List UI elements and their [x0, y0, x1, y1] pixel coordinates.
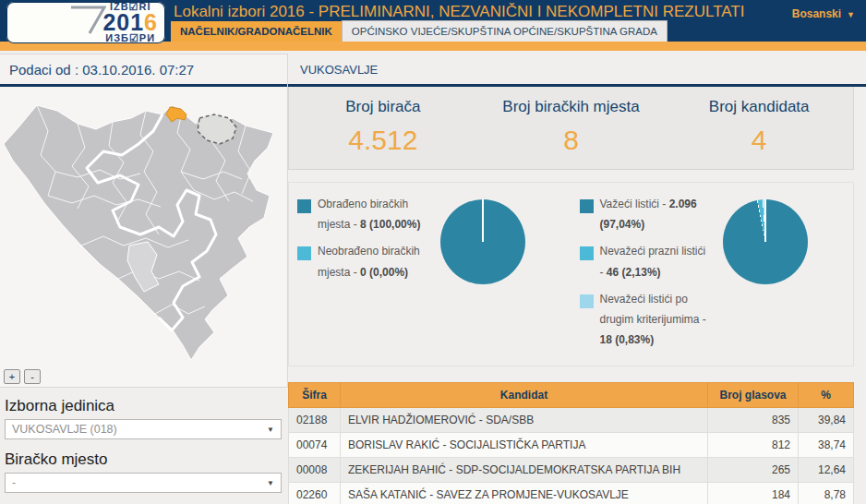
tabs: NAČELNIK/GRADONAČELNIK OPĆINSKO VIJEĆE/S… — [171, 20, 668, 42]
tab-nacelnik[interactable]: NAČELNIK/GRADONAČELNIK — [171, 21, 342, 42]
izborna-jedinica-value: VUKOSAVLJE (018) — [12, 423, 117, 436]
swatch-teal-dark — [580, 199, 594, 213]
stat-kandidata: Broj kandidata 4 — [665, 98, 853, 156]
table-row: 02260 SAŠA KATANIĆ - SAVEZ ZA PROMJENE-V… — [289, 483, 854, 504]
summary-stats: Broj birača 4.512 Broj biračkih mjesta 8… — [288, 87, 854, 170]
legend-item: Važeći listići - 2.096 (97,04%) — [580, 194, 712, 234]
col-broj-glasova: Broj glasova — [708, 383, 799, 408]
col-sifra: Šifra — [289, 383, 341, 408]
table-row: 00074 BORISLAV RAKIĆ - SOCIJALISTIČKA PA… — [289, 433, 854, 458]
map-zoom-out-button[interactable]: - — [24, 369, 41, 384]
stat-birackih-mjesta: Broj biračkih mjesta 8 — [477, 98, 666, 156]
chevron-down-icon: ▼ — [267, 479, 274, 487]
legend-item: Nevažeći listići po drugim kriterijumima… — [580, 289, 712, 351]
map-zoom-controls: +- — [4, 367, 44, 384]
legend-item: Obrađeno biračkih mjesta - 8 (100,00%) — [297, 194, 429, 234]
page-title: Lokalni izbori 2016 - PRELIMINARNI, NEZV… — [174, 3, 744, 21]
ballots-chart-group: Važeći listići - 2.096 (97,04%) Nevažeći… — [571, 194, 854, 356]
map-box: Podaci od : 03.10.2016. 07:27 — [0, 54, 288, 388]
legend-processed-stations: Obrađeno biračkih mjesta - 8 (100,00%) N… — [289, 194, 429, 356]
legend-item: Neobrađeno biračkih mjesta - 0 (0,00%) — [297, 241, 429, 282]
col-pct: % — [799, 383, 854, 408]
map-zoom-in-button[interactable]: + — [4, 369, 20, 384]
col-kandidat: Kandidat — [341, 383, 708, 408]
chevron-down-icon: ▼ — [267, 426, 274, 434]
language-label: Bosanski — [792, 7, 841, 20]
results-table: Šifra Kandidat Broj glasova % 02188 ELVI… — [288, 382, 854, 504]
pie-chart-processed-stations — [440, 199, 525, 284]
left-panel: Podaci od : 03.10.2016. 07:27 — [0, 51, 288, 504]
legend-item: Nevažeći prazni listići - 46 (2,13%) — [580, 241, 712, 282]
izborna-jedinica-select[interactable]: VUKOSAVLJE (018) ▼ — [5, 419, 282, 439]
biracko-mjesto-select[interactable]: - ▼ — [5, 473, 282, 493]
logo-year: 2016 — [102, 11, 158, 34]
swatch-teal-light — [580, 294, 594, 308]
stat-broj-biraca: Broj birača 4.512 — [289, 98, 477, 156]
data-timestamp: Podaci od : 03.10.2016. 07:27 — [0, 54, 287, 84]
logo-line-cyrillic: ИЗБ☑РИ — [102, 33, 158, 43]
izborna-jedinica-label: Izborna jedinica — [5, 397, 282, 415]
processed-stations-chart-group: Obrađeno biračkih mjesta - 8 (100,00%) N… — [289, 194, 571, 356]
legend-ballots: Važeći listići - 2.096 (97,04%) Nevažeći… — [571, 194, 712, 356]
biracko-mjesto-value: - — [12, 476, 16, 489]
swatch-teal-dark — [297, 199, 311, 213]
language-selector[interactable]: Bosanski▼ — [792, 7, 855, 20]
swatch-teal-medium — [580, 246, 594, 260]
logo-checkmark-icon — [69, 4, 106, 35]
app-header: IZB☑RI 2016 ИЗБ☑РИ Lokalni izbori 2016 -… — [0, 0, 866, 42]
izbori-2016-logo: IZB☑RI 2016 ИЗБ☑РИ — [6, 2, 165, 43]
table-row: 02188 ELVIR HADŽIOMEROVIĆ - SDA/SBB 835 … — [289, 408, 854, 433]
table-row: 00008 ZEKERIJAH BAHIĆ - SDP-SOCIJALDEMOK… — [289, 458, 854, 483]
tab-opcinsko-vijece[interactable]: OPĆINSKO VIJEĆE/SKUPŠTINA OPĆINE/SKUPŠTI… — [342, 20, 668, 42]
biracko-mjesto-label: Biračko mjesto — [5, 450, 282, 469]
region-title: VUKOSAVLJE — [288, 51, 866, 84]
chevron-down-icon: ▼ — [847, 10, 855, 19]
charts-section: Obrađeno biračkih mjesta - 8 (100,00%) N… — [288, 182, 854, 366]
results-panel: VUKOSAVLJE Broj birača 4.512 Broj biračk… — [288, 51, 866, 504]
swatch-teal-medium — [297, 246, 311, 260]
table-header-row: Šifra Kandidat Broj glasova % — [289, 383, 854, 408]
bosnia-map[interactable] — [0, 87, 283, 387]
pie-chart-ballots — [723, 199, 808, 284]
